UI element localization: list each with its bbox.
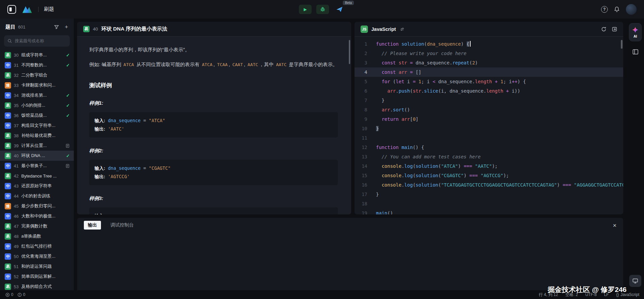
problem-title: 红包运气排行榜 xyxy=(21,243,70,249)
add-problem-icon[interactable]: ＋ xyxy=(64,24,69,30)
device-monitor-icon[interactable] xyxy=(629,275,641,287)
code-line[interactable]: 2 // Please write your code here xyxy=(355,49,623,58)
editor-scrollbar[interactable] xyxy=(621,40,623,49)
problem-list-item[interactable]: 中50优化青海湖至景... xyxy=(0,251,74,261)
reset-code-icon[interactable] xyxy=(612,27,617,32)
problem-list-item[interactable]: 中49红包运气排行榜 xyxy=(0,241,74,251)
sidebar-toggle-icon[interactable] xyxy=(7,5,16,14)
difficulty-badge: 易 xyxy=(5,263,11,270)
problem-list-item[interactable]: 易38补给站最优花费... xyxy=(0,131,74,141)
example-text-segment: 是字典序最小的表示。 xyxy=(287,62,337,67)
problem-list-item[interactable]: 中36饭馆菜品级...✓ xyxy=(0,110,74,120)
watermark: 掘金技术社区 @ 修罗246 xyxy=(548,285,627,294)
beta-badge: Beta xyxy=(343,1,354,5)
code-line[interactable]: 17} xyxy=(355,190,623,199)
panel-layout-icon[interactable] xyxy=(632,49,639,55)
code-line[interactable]: 4 const arr = [] xyxy=(355,67,623,77)
problem-list-item[interactable]: 易53及格的组合方式 xyxy=(0,282,74,290)
user-avatar[interactable] xyxy=(626,4,637,15)
code-line[interactable]: 13 // You can add more test cases here xyxy=(355,152,623,161)
problem-list-item[interactable]: 易48a替换函数 xyxy=(0,231,74,241)
problem-list-item[interactable]: 易30组成字符串...✓ xyxy=(0,50,74,60)
problem-list-item[interactable]: 中31不同整数的...✓ xyxy=(0,60,74,70)
difficulty-badge: 易 xyxy=(5,223,11,230)
sidebar-toggle-glyph xyxy=(9,7,12,11)
ai-assistant-button[interactable]: AI xyxy=(629,23,642,41)
problem-description: 到字典序最小的序列，即该序列的“最小表示”。 例如: 碱基序列 ATCA 从不同… xyxy=(77,37,351,214)
notifications-bell-icon[interactable] xyxy=(614,6,620,12)
warning-counter[interactable]: 0 xyxy=(17,292,25,297)
example-text-segment: 从不同位置读取可能的表示有 xyxy=(135,62,201,67)
sample-code-block: 输入: dna_sequence = "ATCA"输出: 'AATC' xyxy=(89,112,338,138)
solved-check-icon: ✓ xyxy=(66,93,70,98)
problem-number: 32 xyxy=(14,73,18,78)
problem-number: 38 xyxy=(14,133,18,138)
search-box[interactable] xyxy=(4,35,70,47)
problem-title: 环状 DNA ... xyxy=(21,153,63,159)
close-panel-icon[interactable]: × xyxy=(613,222,616,229)
code-editor[interactable]: 1function solution(dna_sequence) {2 // P… xyxy=(355,37,623,214)
example-text: 例如: 碱基序列 ATCA 从不同位置读取可能的表示有 ATCA, TCAA, … xyxy=(89,60,338,69)
problem-list-item[interactable]: 中37构造回文字符串... xyxy=(0,120,74,131)
problem-number: 44 xyxy=(14,194,18,199)
problem-title: 和的逆运算问题 xyxy=(21,263,70,269)
problem-list-item[interactable]: 易42Bytedance Tree ... xyxy=(0,171,74,181)
inline-code: AATC xyxy=(247,62,259,67)
filter-icon[interactable] xyxy=(54,24,59,30)
problem-list-item[interactable]: 难33卡牌翻面求和问... xyxy=(0,80,74,90)
problem-list-item[interactable]: 易39计算从位置... xyxy=(0,141,74,151)
code-line[interactable]: 10} xyxy=(355,124,623,133)
problem-list-item[interactable]: 易51和的逆运算问题 xyxy=(0,261,74,271)
problem-scrollbar[interactable] xyxy=(349,40,350,64)
solved-check-icon: ✓ xyxy=(66,103,70,108)
submit-button[interactable]: Beta xyxy=(334,5,345,14)
problem-list-item[interactable]: 中41最小替换子... xyxy=(0,161,74,171)
problem-list-item[interactable]: 易32二分数字组合 xyxy=(0,70,74,80)
difficulty-badge: 中 xyxy=(5,112,11,119)
problem-title: 完美偶数计数 xyxy=(21,223,70,229)
problem-list-item[interactable]: 中52简单四则运算解... xyxy=(0,271,74,282)
difficulty-badge: 易 xyxy=(5,52,11,58)
problem-list-item[interactable]: 难45最少步数归零问... xyxy=(0,201,74,211)
error-count: 0 xyxy=(11,292,13,297)
problem-list-item[interactable]: 易35小S的倒排...✓ xyxy=(0,100,74,110)
code-line[interactable]: 18 xyxy=(355,199,623,208)
solved-check-icon: ✓ xyxy=(66,113,70,118)
code-line[interactable]: 16 console.log(solution("TCATGGAGTGCTCCT… xyxy=(355,180,623,190)
code-line[interactable]: 3 const str = dna_sequence.repeat(2) xyxy=(355,58,623,67)
code-line[interactable]: 19main() xyxy=(355,208,623,214)
problem-header: 易 40 环状 DNA 序列的最小表示法 xyxy=(77,22,351,37)
problem-number: 52 xyxy=(14,274,18,279)
example-text-segment: , xyxy=(244,62,247,67)
code-line[interactable]: 11 xyxy=(355,133,623,143)
code-line[interactable]: 5 for (let i = 1; i < dna_sequence.lengt… xyxy=(355,77,623,86)
code-line[interactable]: 6 arr.push(str.slice(i, dna_sequence.len… xyxy=(355,86,623,96)
problem-list-item[interactable]: 易47完美偶数计数 xyxy=(0,221,74,231)
problem-list-item[interactable]: 中34游戏排名第...✓ xyxy=(0,90,74,100)
tab-output[interactable]: 输出 xyxy=(84,221,101,230)
run-button[interactable]: ▶ xyxy=(299,5,312,14)
difficulty-badge: 易 xyxy=(5,233,11,240)
code-line[interactable]: 12function main() { xyxy=(355,143,623,152)
switch-language-icon[interactable] xyxy=(400,27,405,32)
code-line[interactable]: 1function solution(dna_sequence) { xyxy=(355,39,623,49)
code-line[interactable]: 8 arr.sort() xyxy=(355,105,623,114)
debug-button[interactable] xyxy=(316,5,329,14)
problem-list-item[interactable]: 易40环状 DNA ...✓ xyxy=(0,151,74,161)
problem-count: 601 xyxy=(18,24,25,30)
problem-list-item[interactable]: 中46大数和中的极值... xyxy=(0,211,74,221)
code-line[interactable]: 9 return arr[0] xyxy=(355,114,623,124)
search-input[interactable] xyxy=(15,39,66,43)
problem-list-item[interactable]: 中44小E的射击训练 xyxy=(0,191,74,201)
refresh-icon[interactable] xyxy=(601,27,606,32)
error-counter[interactable]: 0 xyxy=(5,292,13,297)
code-line[interactable]: 7 } xyxy=(355,96,623,105)
problem-number: 36 xyxy=(14,113,18,118)
tab-debug-console[interactable]: 调试控制台 xyxy=(110,222,134,228)
code-line[interactable]: 15 console.log(solution("CGAGTC") === "A… xyxy=(355,171,623,180)
code-line[interactable]: 14 console.log(solution("ATCA") === "AAT… xyxy=(355,161,623,171)
marscode-logo-icon[interactable] xyxy=(21,5,33,14)
problem-number: 41 xyxy=(14,163,18,168)
help-icon[interactable]: ? xyxy=(601,6,608,13)
problem-list-item[interactable]: 中43还原原始字符串 xyxy=(0,181,74,191)
